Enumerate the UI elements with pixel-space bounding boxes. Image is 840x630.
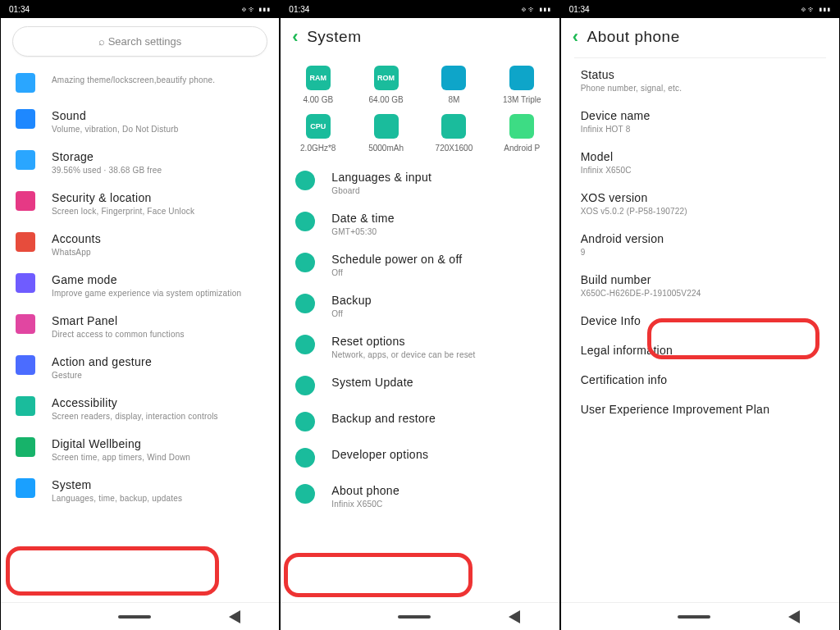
nav-back[interactable] <box>509 610 520 623</box>
system-tile[interactable]: CPU 2.0GHz*8 <box>284 109 352 158</box>
nav-back[interactable] <box>788 610 800 623</box>
system-tile[interactable]: 720X1600 <box>420 109 488 158</box>
nav-home[interactable] <box>118 615 151 619</box>
settings-item[interactable]: Storage 39.56% used · 38.68 GB free <box>4 142 276 183</box>
about-item[interactable]: Model Infinix X650C <box>564 142 836 183</box>
item-icon <box>295 171 315 190</box>
item-title: Reset options <box>331 335 544 348</box>
system-tile[interactable]: ROM 64.00 GB <box>352 61 420 109</box>
system-tile[interactable]: 5000mAh <box>352 109 420 158</box>
nav-back[interactable] <box>229 610 240 623</box>
about-item[interactable]: Certification info <box>564 365 836 395</box>
tile-icon: ROM <box>374 66 399 90</box>
back-icon[interactable]: ‹ <box>292 26 299 48</box>
nav-bar <box>1 602 279 630</box>
item-title: Device Info <box>581 314 819 327</box>
status-bar: 01:34 ◎ ᯤ ▮▮▮ <box>561 0 839 18</box>
tile-icon: CPU <box>306 114 331 139</box>
item-title: Legal information <box>581 344 819 357</box>
item-title: Date & time <box>331 212 544 225</box>
item-title: Action and gesture <box>52 355 264 368</box>
status-bar: 01:34 ◎ ᯤ ▮▮▮ <box>1 0 279 18</box>
settings-list: Amazing theme/lockscreen,beautify phone.… <box>1 65 279 602</box>
status-time: 01:34 <box>9 5 30 14</box>
tile-label: 8M <box>422 95 486 104</box>
item-icon <box>295 335 315 354</box>
tile-icon <box>441 66 466 90</box>
item-title: About phone <box>331 484 544 497</box>
item-title: XOS version <box>581 191 819 204</box>
item-title: System Update <box>331 376 544 389</box>
item-title: Certification info <box>581 373 819 386</box>
item-icon <box>295 212 315 231</box>
about-item[interactable]: Build number X650C-H626DE-P-191005V224 <box>564 265 836 306</box>
about-item[interactable]: User Experience Improvement Plan <box>564 395 836 424</box>
system-item[interactable]: Reset options Network, apps, or device c… <box>284 326 555 368</box>
header-about: ‹ About phone <box>561 18 839 56</box>
system-tiles: RAM 4.00 GBROM 64.00 GB 8M 13M TripleCPU… <box>281 56 559 162</box>
system-item[interactable]: Date & time GMT+05:30 <box>284 203 555 244</box>
about-item[interactable]: Legal information <box>564 336 836 365</box>
system-tile[interactable]: RAM 4.00 GB <box>284 61 352 109</box>
settings-item[interactable]: Digital Wellbeing Screen time, app timer… <box>4 429 276 470</box>
system-item[interactable]: Developer options <box>284 440 555 476</box>
header-system: ‹ System <box>281 18 559 56</box>
search-placeholder: Search settings <box>108 35 182 48</box>
about-item[interactable]: XOS version XOS v5.0.2 (P-P58-190722) <box>564 183 836 224</box>
settings-item[interactable]: Game mode Improve game experience via sy… <box>4 265 276 306</box>
about-item[interactable]: Status Phone number, signal, etc. <box>564 60 836 101</box>
system-item[interactable]: Backup Off <box>284 285 555 326</box>
settings-item[interactable]: Action and gesture Gesture <box>4 347 276 388</box>
settings-item[interactable]: Smart Panel Direct access to common func… <box>4 306 276 347</box>
item-title: Build number <box>581 273 819 286</box>
item-icon <box>295 412 315 431</box>
system-item[interactable]: About phone Infinix X650C <box>284 476 555 517</box>
search-settings[interactable]: ⌕ Search settings <box>12 26 267 57</box>
item-icon <box>16 191 35 211</box>
status-time: 01:34 <box>289 5 309 14</box>
settings-screen: 01:34 ◎ ᯤ ▮▮▮ ⌕ Search settings Amazing … <box>1 0 279 630</box>
system-list: Languages & input Gboard Date & time GMT… <box>281 162 559 602</box>
settings-item[interactable]: Accessibility Screen readers, display, i… <box>4 388 276 429</box>
item-title: Developer options <box>331 448 544 461</box>
settings-item[interactable]: Sound Volume, vibration, Do Not Disturb <box>4 101 276 142</box>
about-item[interactable]: Device name Infinix HOT 8 <box>564 101 836 142</box>
system-tile[interactable]: 13M Triple <box>488 61 556 109</box>
about-item[interactable]: Android version 9 <box>564 224 836 265</box>
item-title: Backup <box>331 294 544 307</box>
system-item[interactable]: Backup and restore <box>284 404 555 440</box>
status-bar: 01:34 ◎ ᯤ ▮▮▮ <box>281 0 559 18</box>
item-icon <box>16 109 35 129</box>
system-tile[interactable]: Android P <box>488 109 556 158</box>
settings-item[interactable]: Security & location Screen lock, Fingerp… <box>4 183 276 224</box>
item-sub: Gboard <box>331 186 544 195</box>
system-item[interactable]: Languages & input Gboard <box>284 162 555 203</box>
item-sub: Phone number, signal, etc. <box>581 84 819 93</box>
item-title: Storage <box>52 150 264 163</box>
system-item[interactable]: Schedule power on & off Off <box>284 244 555 285</box>
item-sub: Screen readers, display, interaction con… <box>52 412 264 421</box>
item-sub: Volume, vibration, Do Not Disturb <box>52 125 264 134</box>
item-title: Digital Wellbeing <box>52 437 264 450</box>
tile-label: 2.0GHz*8 <box>285 144 350 153</box>
nav-home[interactable] <box>678 615 710 619</box>
settings-item[interactable]: Accounts WhatsApp <box>4 224 276 265</box>
about-item[interactable]: Device Info <box>564 306 836 336</box>
item-title: Security & location <box>52 191 264 204</box>
nav-home[interactable] <box>398 615 431 619</box>
item-sub: Languages, time, backup, updates <box>52 494 264 503</box>
system-tile[interactable]: 8M <box>420 61 488 109</box>
item-title: Languages & input <box>331 171 544 184</box>
settings-item[interactable]: System Languages, time, backup, updates <box>4 470 276 511</box>
item-title: Game mode <box>52 273 264 286</box>
item-icon <box>295 294 315 313</box>
back-icon[interactable]: ‹ <box>573 26 579 48</box>
system-item[interactable]: System Update <box>284 368 555 404</box>
search-icon: ⌕ <box>98 35 105 48</box>
item-title: Status <box>581 68 819 81</box>
item-title: Accessibility <box>52 396 264 409</box>
item-title: Device name <box>581 109 819 122</box>
nav-bar <box>561 602 839 630</box>
item-title: System <box>52 478 264 491</box>
settings-item[interactable]: Amazing theme/lockscreen,beautify phone. <box>4 65 276 101</box>
